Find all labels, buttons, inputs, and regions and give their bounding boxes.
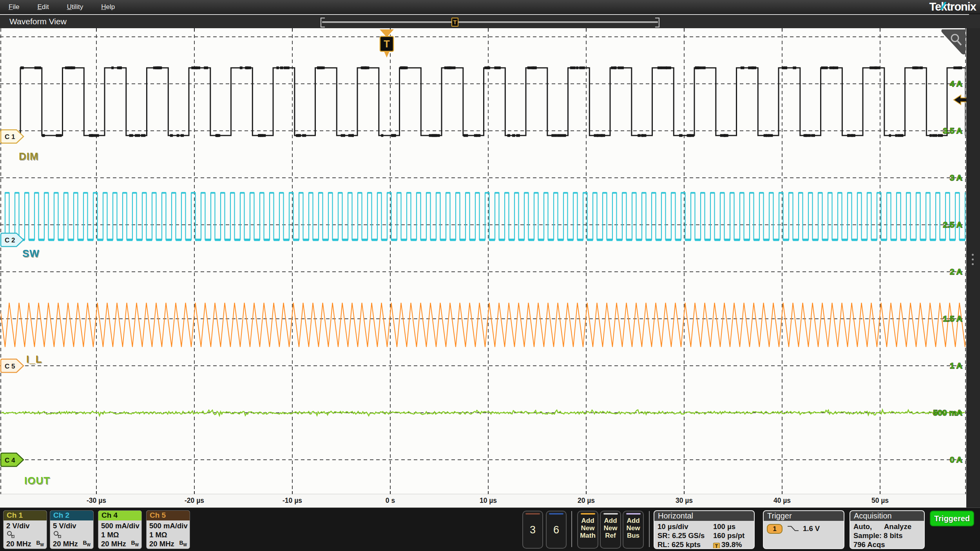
menu-edit[interactable]: Edit: [37, 3, 49, 11]
tektronix-logo: Tektronix: [929, 0, 976, 13]
tab-bar: Waveform View T: [0, 14, 980, 28]
separator: [571, 511, 572, 547]
horizontal-window: 100 µs: [713, 522, 735, 531]
ch5-bandwidth: 20 MHz: [149, 539, 174, 548]
channel-badge-ch2[interactable]: Ch 2 5 V/div 20 MHzBW: [50, 510, 94, 549]
sample-rate: SR: 6.25 GS/s: [658, 531, 713, 540]
add-new-bus-button[interactable]: Add New Bus: [623, 511, 644, 549]
y-axis-label: 1.5 A: [943, 314, 962, 323]
trigger-level: 1.6 V: [803, 524, 820, 533]
time-axis-label: 10 µs: [480, 497, 497, 505]
right-drawer-strip: [966, 28, 980, 508]
y-axis-label: 2.5 A: [943, 220, 962, 229]
y-axis-label: 2 A: [950, 267, 962, 276]
waveform-label-iout: IOUT: [24, 475, 50, 487]
channel-6-button[interactable]: 6: [546, 511, 567, 549]
oscilloscope-app: File Edit Utility Help Tektronix Wavefor…: [0, 0, 980, 551]
horizontal-scale: 10 µs/div: [658, 522, 713, 531]
ch2-bandwidth: 20 MHz: [53, 539, 78, 548]
ch1-scale: 2 V/div: [6, 521, 44, 530]
ch4-scale: 500 mA/div: [101, 521, 139, 530]
drawer-handle-icon[interactable]: [972, 254, 974, 265]
time-axis-label: -20 µs: [185, 497, 204, 505]
acquisition-analyze: Analyze: [884, 522, 911, 531]
acquisition-panel[interactable]: Acquisition Auto,Analyze Sample: 8 bits …: [850, 510, 925, 549]
record-length: RL: 625 kpts: [658, 540, 713, 549]
ch4-header: Ch 4: [98, 511, 141, 520]
time-axis-label: 0 s: [386, 497, 395, 505]
y-axis-label: 3 A: [950, 173, 962, 182]
overview-right-bracket-icon[interactable]: [655, 18, 659, 27]
trigger-position-icon: T: [713, 543, 720, 549]
y-axis-label: 4 A: [950, 79, 962, 88]
waveform-label-sw: SW: [22, 247, 40, 260]
menu-utility[interactable]: Utility: [67, 3, 83, 11]
horizontal-overview-bar[interactable]: T: [321, 18, 659, 27]
time-axis-label: 20 µs: [578, 497, 595, 505]
falling-edge-icon: [787, 525, 799, 533]
bandwidth-limit-icon: BW: [83, 538, 91, 549]
time-axis-label: -30 µs: [87, 497, 106, 505]
tab-waveform-view[interactable]: Waveform View: [9, 17, 67, 26]
waveform-graticule[interactable]: 4 A3.5 A3 A2.5 A2 A1.5 A1 A500 mA0 AC 1C…: [0, 28, 966, 508]
channel-marker-id: C 2: [5, 237, 15, 244]
add-new-math-button[interactable]: Add New Math: [577, 511, 598, 549]
acquisition-mode: Auto,: [853, 522, 884, 531]
ch4-impedance: 1 MΩ: [101, 530, 139, 539]
channel-badge-ch4[interactable]: Ch 4 500 mA/div 1 MΩ 20 MHzBW: [98, 510, 142, 549]
resolution: 160 ps/pt: [713, 531, 745, 540]
bandwidth-limit-icon: BW: [36, 538, 44, 549]
waveform-label-dim: DIM: [19, 150, 39, 163]
horizontal-panel-title: Horizontal: [654, 511, 754, 521]
time-axis-labels: -30 µs-20 µs-10 µs0 s10 µs20 µs30 µs40 µ…: [0, 494, 966, 508]
trigger-panel-title: Trigger: [764, 511, 844, 521]
ch1-bandwidth: 20 MHz: [6, 539, 31, 548]
overview-record-line: [322, 22, 658, 22]
menu-bar: File Edit Utility Help Tektronix: [0, 0, 980, 14]
y-axis-label: 0 A: [950, 455, 962, 464]
probe-icon: [53, 530, 91, 539]
trigger-panel[interactable]: Trigger 11.6 V: [763, 510, 844, 549]
time-axis-label: -10 µs: [283, 497, 302, 505]
time-axis-label: 30 µs: [676, 497, 693, 505]
channel-marker-id: C 4: [5, 457, 15, 464]
channel-3-button[interactable]: 3: [522, 511, 543, 549]
channel-badge-ch1[interactable]: Ch 1 2 V/div 20 MHzBW: [3, 510, 47, 549]
y-axis-label: 1 A: [950, 361, 962, 370]
trigger-position: T39.8%: [713, 540, 742, 549]
y-axis-label: 3.5 A: [943, 126, 962, 135]
svg-text:T: T: [384, 38, 389, 49]
bandwidth-limit-icon: BW: [179, 538, 187, 549]
probe-icon: [6, 530, 44, 539]
ch5-header: Ch 5: [147, 511, 190, 520]
acquisition-sample: Sample: 8 bits: [853, 531, 921, 540]
channel-marker-id: C 5: [5, 363, 15, 370]
ch1-header: Ch 1: [4, 511, 47, 520]
bandwidth-limit-icon: BW: [131, 538, 139, 549]
acquisition-count: 796 Acqs: [853, 540, 921, 549]
overview-trigger-marker-icon[interactable]: T: [451, 18, 458, 27]
acquisition-panel-title: Acquisition: [850, 511, 924, 521]
ch5-impedance: 1 MΩ: [149, 530, 187, 539]
ch2-scale: 5 V/div: [53, 521, 91, 530]
menu-file[interactable]: File: [9, 3, 19, 11]
status-bar: Ch 1 2 V/div 20 MHzBW Ch 2 5 V/div 20 MH…: [0, 508, 980, 551]
add-new-ref-button[interactable]: Add New Ref: [600, 511, 621, 549]
trigger-source-badge: 1: [767, 524, 783, 534]
triggered-status-badge: Triggered: [930, 511, 974, 526]
separator: [649, 511, 650, 547]
time-axis-label: 50 µs: [871, 497, 889, 505]
channel-badge-ch5[interactable]: Ch 5 500 mA/div 1 MΩ 20 MHzBW: [146, 510, 190, 549]
waveform-label-i_l: I_L: [26, 353, 42, 365]
menu-help[interactable]: Help: [101, 3, 115, 11]
channel-marker-id: C 1: [5, 133, 15, 141]
ch5-scale: 500 mA/div: [149, 521, 187, 530]
tab-topline: [0, 14, 969, 15]
y-axis-label: 500 mA: [933, 408, 962, 417]
time-axis-label: 40 µs: [773, 497, 791, 505]
overview-left-bracket-icon[interactable]: [321, 18, 325, 27]
horizontal-panel[interactable]: Horizontal 10 µs/div100 µs SR: 6.25 GS/s…: [654, 510, 755, 549]
ch4-bandwidth: 20 MHz: [101, 539, 126, 548]
ch2-header: Ch 2: [50, 511, 93, 520]
